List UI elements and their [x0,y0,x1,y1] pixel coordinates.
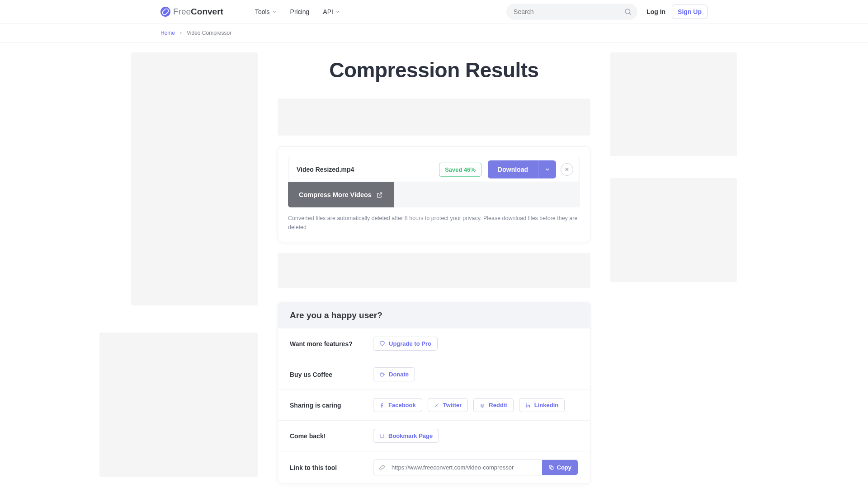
svg-point-8 [526,403,527,404]
ad-placeholder [99,333,258,477]
download-group: Download [488,160,556,178]
row-comeback: Come back! Bookmark Page [278,421,590,451]
svg-point-5 [481,405,482,406]
bookmark-icon [379,433,385,439]
external-link-icon [376,192,383,198]
share-facebook-button[interactable]: Facebook [373,398,422,412]
row-coffee-label: Buy us Coffee [290,371,362,378]
bookmark-button[interactable]: Bookmark Page [373,429,439,443]
logo-icon [160,7,170,17]
login-link[interactable]: Log In [646,8,665,15]
bookmark-label: Bookmark Page [388,432,433,439]
main-layout: Compression Results Video Resized.mp4 Sa… [131,42,737,488]
saved-badge: Saved 46% [439,163,481,177]
link-icon [373,460,390,475]
ad-placeholder [610,178,737,282]
share-linkedin-label: Linkedin [534,402,558,408]
breadcrumb-current: Video Compressor [187,30,231,36]
close-icon [564,167,570,172]
copy-icon [548,465,554,470]
logo-text-free: Free [173,7,191,16]
compress-more-button[interactable]: Compress More Videos [288,182,394,207]
nav-pricing-label: Pricing [290,8,310,15]
nav-tools-label: Tools [255,8,270,15]
share-linkedin-button[interactable]: Linkedin [519,398,565,412]
share-reddit-label: Reddit [489,402,507,408]
site-logo[interactable]: FreeConvert [160,7,223,17]
diamond-icon [379,341,385,347]
compress-more-label: Compress More Videos [299,191,372,198]
nav-api-label: API [323,8,333,15]
chevron-right-icon [179,31,183,35]
breadcrumb: Home Video Compressor [160,30,708,36]
ad-placeholder [610,52,737,156]
nav-pricing[interactable]: Pricing [290,8,310,15]
chevron-down-icon [544,166,551,173]
coffee-icon [379,371,385,377]
tool-link-field: Copy [373,460,578,475]
center-column: Compression Results Video Resized.mp4 Sa… [267,52,601,484]
download-dropdown-button[interactable] [538,160,556,178]
compress-more-row: Compress More Videos [288,182,580,207]
svg-point-4 [481,404,484,407]
chevron-down-icon [272,9,277,14]
svg-rect-7 [526,404,527,407]
signup-button[interactable]: Sign Up [672,5,708,19]
result-row: Video Resized.mp4 Saved 46% Download [288,157,580,182]
ad-placeholder [278,253,590,288]
donate-button[interactable]: Donate [373,367,415,381]
chevron-down-icon [335,9,340,14]
row-link: Link to this tool Copy [278,451,590,483]
breadcrumb-bar: Home Video Compressor [0,23,868,42]
row-sharing-label: Sharing is caring [290,402,362,409]
search-icon[interactable] [624,8,632,16]
copy-label: Copy [557,464,572,471]
auth-area: Log In Sign Up [646,5,708,19]
breadcrumb-home[interactable]: Home [160,30,175,36]
ad-placeholder [131,52,258,305]
primary-nav: Tools Pricing API [255,8,340,15]
privacy-note: Converted files are automatically delete… [288,214,580,232]
ad-placeholder [278,99,590,136]
result-card: Video Resized.mp4 Saved 46% Download Com… [278,146,590,242]
row-coffee: Buy us Coffee Donate [278,359,590,390]
copy-link-button[interactable]: Copy [542,460,578,475]
donate-label: Donate [389,371,409,378]
remove-file-button[interactable] [561,163,573,176]
linkedin-icon [525,403,531,408]
share-reddit-button[interactable]: Reddit [473,398,513,412]
nav-tools[interactable]: Tools [255,8,277,15]
logo-text-convert: Convert [191,7,223,16]
svg-line-1 [629,13,631,14]
happy-header: Are you a happy user? [278,302,590,328]
svg-point-0 [625,9,630,14]
tool-link-input[interactable] [390,460,542,475]
happy-user-card: Are you a happy user? Want more features… [278,302,590,484]
share-twitter-label: Twitter [443,402,462,408]
nav-api[interactable]: API [323,8,340,15]
right-sidebar [610,52,737,484]
reddit-icon [480,403,485,408]
row-link-label: Link to this tool [290,464,362,471]
twitter-icon [434,403,439,408]
search-input[interactable] [506,4,637,20]
share-twitter-button[interactable]: Twitter [428,398,468,412]
svg-point-6 [483,405,483,406]
upgrade-pro-label: Upgrade to Pro [389,340,431,347]
upgrade-pro-button[interactable]: Upgrade to Pro [373,337,438,351]
page-title: Compression Results [278,58,590,82]
row-features: Want more features? Upgrade to Pro [278,328,590,359]
search-box [506,4,637,20]
download-button[interactable]: Download [488,160,538,178]
happy-header-title: Are you a happy user? [290,310,578,320]
left-sidebar [131,52,258,484]
row-features-label: Want more features? [290,340,362,347]
result-file-name: Video Resized.mp4 [288,166,439,173]
row-sharing: Sharing is caring Facebook Twitter Reddi… [278,390,590,421]
row-comeback-label: Come back! [290,432,362,440]
facebook-icon [379,403,385,408]
share-facebook-label: Facebook [388,402,416,408]
site-header: FreeConvert Tools Pricing API Log In Si [0,0,868,23]
